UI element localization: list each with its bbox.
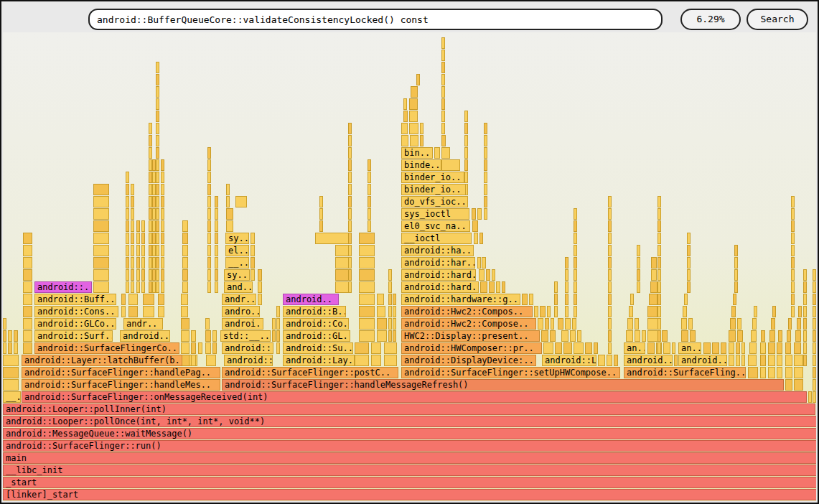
flame-frame[interactable] — [207, 147, 211, 159]
flame-frame[interactable] — [608, 196, 612, 207]
flame-frame[interactable]: android::Looper::pollInner(int) — [3, 403, 815, 415]
flame-frame[interactable] — [141, 220, 145, 232]
flame-frame[interactable] — [156, 257, 159, 269]
flame-frame[interactable]: android.. — [624, 355, 673, 366]
flame-frame[interactable] — [608, 294, 612, 305]
flame-frame[interactable] — [388, 306, 392, 317]
flame-frame[interactable] — [441, 37, 445, 49]
flame-frame[interactable] — [687, 245, 691, 256]
flame-frame[interactable] — [181, 330, 189, 342]
flame-frame[interactable] — [538, 318, 543, 330]
flame-frame[interactable] — [93, 269, 109, 281]
flame-frame[interactable] — [734, 245, 738, 256]
flame-frame[interactable] — [3, 318, 6, 330]
flame-frame[interactable] — [215, 196, 218, 207]
flame-frame[interactable] — [761, 330, 765, 342]
flame-frame[interactable] — [368, 196, 371, 207]
flame-frame[interactable] — [803, 330, 807, 342]
flame-frame[interactable] — [684, 294, 688, 305]
flame-frame[interactable] — [207, 159, 211, 171]
flame-frame[interactable]: android::Lay.. — [283, 355, 355, 366]
flame-frame[interactable] — [161, 257, 164, 269]
flame-frame[interactable] — [393, 306, 396, 317]
flame-frame[interactable] — [608, 220, 612, 232]
flame-frame[interactable] — [377, 330, 387, 342]
flame-frame[interactable] — [484, 123, 487, 134]
flame-frame[interactable] — [272, 330, 276, 342]
flame-frame[interactable] — [3, 355, 19, 366]
flame-frame[interactable] — [522, 294, 528, 305]
flame-frame[interactable] — [794, 355, 803, 366]
flame-frame[interactable]: andro.. — [222, 306, 260, 317]
flame-frame[interactable]: andr.. — [123, 318, 163, 330]
flame-frame[interactable] — [464, 135, 468, 146]
flame-frame[interactable] — [128, 294, 138, 305]
flame-frame[interactable] — [141, 269, 145, 281]
flame-frame[interactable] — [215, 281, 218, 293]
flame-frame[interactable] — [813, 318, 816, 330]
flame-frame[interactable] — [359, 257, 375, 269]
flame-frame[interactable] — [388, 330, 392, 342]
flame-frame[interactable] — [131, 281, 134, 293]
flame-frame[interactable] — [226, 196, 230, 207]
flame-frame[interactable] — [409, 123, 418, 134]
flame-frame[interactable] — [794, 367, 803, 378]
flame-frame[interactable] — [93, 257, 109, 269]
flame-frame[interactable]: do_vfs_ioc.. — [401, 196, 468, 207]
flame-frame[interactable] — [141, 233, 145, 244]
flame-frame[interactable] — [607, 355, 612, 366]
flame-frame[interactable] — [388, 281, 392, 293]
flame-frame[interactable] — [23, 342, 32, 354]
flame-frame[interactable] — [393, 330, 396, 342]
flame-frame[interactable]: android::Surf.. — [34, 330, 113, 342]
flame-frame[interactable]: __libc_init — [3, 465, 816, 476]
flame-frame[interactable] — [121, 306, 126, 317]
flame-frame[interactable] — [788, 318, 792, 330]
flame-frame[interactable] — [207, 269, 211, 281]
flame-frame[interactable] — [393, 294, 396, 305]
flame-frame[interactable] — [736, 355, 740, 366]
flame-frame[interactable] — [734, 281, 738, 293]
flame-frame[interactable]: android::SurfaceFlinger::handleMessageRe… — [222, 379, 784, 391]
flame-frame[interactable]: android::SurfaceFlinger::setUpHWCompose.… — [401, 367, 620, 378]
flame-frame[interactable] — [226, 220, 233, 232]
flame-frame[interactable]: sy.. — [224, 269, 250, 281]
flame-frame[interactable]: binde.. — [401, 159, 441, 171]
flame-frame[interactable] — [663, 342, 670, 354]
flame-frame[interactable] — [156, 172, 159, 183]
flame-frame[interactable]: __ioctl — [401, 233, 472, 244]
flame-frame[interactable] — [813, 330, 816, 342]
flame-frame[interactable] — [813, 355, 816, 366]
flame-frame[interactable] — [319, 208, 323, 220]
flame-frame[interactable] — [191, 355, 196, 366]
flame-frame[interactable] — [777, 342, 782, 354]
flame-frame[interactable] — [791, 233, 795, 244]
flame-frame[interactable] — [791, 196, 795, 207]
flame-frame[interactable] — [798, 306, 802, 317]
flame-frame[interactable] — [182, 269, 188, 281]
flame-frame[interactable] — [156, 111, 159, 122]
flame-frame[interactable] — [574, 294, 577, 305]
flame-frame[interactable] — [733, 294, 736, 305]
flame-frame[interactable] — [687, 257, 691, 269]
flame-frame[interactable] — [703, 342, 711, 354]
flame-frame[interactable] — [734, 269, 738, 281]
flame-frame[interactable] — [126, 233, 129, 244]
flame-frame[interactable] — [574, 342, 584, 354]
flame-frame[interactable] — [359, 306, 375, 317]
flame-frame[interactable] — [161, 208, 164, 220]
flame-frame[interactable] — [813, 342, 816, 354]
flame-frame[interactable] — [158, 294, 164, 305]
flame-frame[interactable] — [359, 245, 375, 256]
flame-frame[interactable] — [215, 269, 218, 281]
flame-frame[interactable] — [23, 233, 32, 244]
flame-frame[interactable]: androi.. — [222, 318, 263, 330]
flame-frame[interactable] — [441, 123, 445, 134]
flame-frame[interactable] — [574, 281, 577, 293]
flame-frame[interactable] — [482, 257, 486, 269]
flame-frame[interactable] — [23, 318, 32, 330]
flame-frame[interactable] — [384, 355, 397, 366]
flame-frame[interactable] — [721, 342, 726, 354]
flame-frame[interactable] — [335, 257, 350, 269]
flame-frame[interactable] — [688, 318, 693, 330]
